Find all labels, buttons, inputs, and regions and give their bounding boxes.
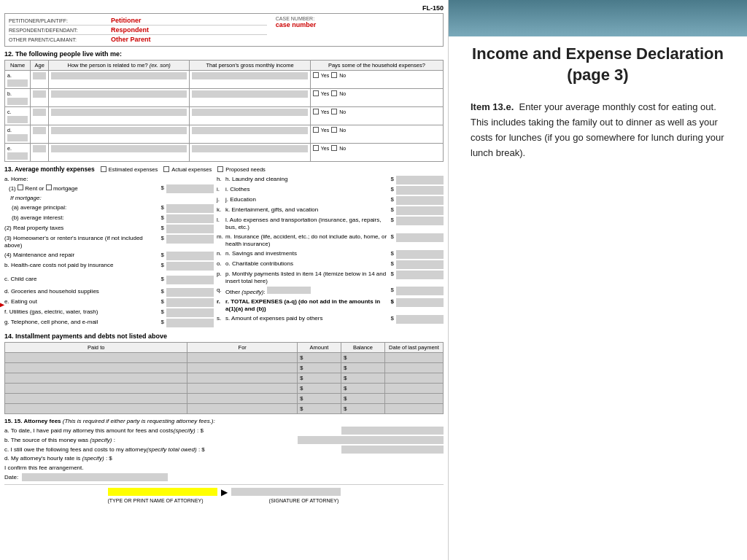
- yes-checkbox[interactable]: [313, 72, 319, 78]
- header-right: CASE NUMBER: case number: [276, 16, 439, 28]
- date-row: Date:: [4, 473, 444, 481]
- monthly-payments-label: p. Monthly payments listed in item 14 (i…: [225, 271, 391, 286]
- groceries-input[interactable]: [166, 288, 214, 297]
- rent-checkbox[interactable]: [18, 184, 23, 190]
- estimated-label: Estimated expenses: [109, 166, 158, 173]
- no-checkbox[interactable]: [331, 90, 337, 96]
- table-row: $$: [5, 393, 444, 403]
- other-input[interactable]: [396, 287, 444, 295]
- if-mortgage-label: If mortgage:: [4, 195, 214, 202]
- telephone-input[interactable]: [166, 319, 214, 327]
- yes-checkbox[interactable]: [313, 145, 319, 151]
- clothes-label: i. Clothes: [225, 186, 391, 193]
- real-property-item: (2) Real property taxes $: [4, 225, 214, 233]
- total-expenses-item: r. r. TOTAL EXPENSES (a-q) (do not add i…: [217, 298, 444, 314]
- attorney-sig-input[interactable]: [231, 488, 341, 496]
- arrow-divider: ▶: [221, 487, 228, 497]
- yes-checkbox[interactable]: [313, 109, 319, 114]
- table-row: d. Yes No: [5, 125, 444, 144]
- section15-header: 15. 15. Attorney fees (This is required …: [4, 418, 444, 424]
- clothes-item: i. i. Clothes $: [217, 186, 444, 195]
- clothes-input[interactable]: [396, 186, 444, 195]
- monthly-payments-input[interactable]: [396, 271, 444, 279]
- healthcare-label: b. Health-care costs not paid by insuran…: [4, 262, 161, 269]
- avg-principal-input[interactable]: [166, 204, 214, 213]
- table-row: a. Yes No: [5, 71, 444, 89]
- entertainment-input[interactable]: [396, 206, 444, 215]
- no-checkbox[interactable]: [331, 127, 337, 133]
- laundry-input[interactable]: [396, 176, 444, 184]
- attorney-row-d: d. My attorney's hourly rate is (specify…: [4, 455, 444, 462]
- attorney-name-input[interactable]: [108, 488, 217, 496]
- utilities-label: f. Utilities (gas, electric, water, tras…: [4, 308, 161, 316]
- petitioner-value: Petitioner: [111, 17, 142, 24]
- table-row: $$: [5, 383, 444, 393]
- home-label: a. Home:: [4, 176, 214, 183]
- col-amount: Amount: [298, 342, 341, 352]
- no-checkbox[interactable]: [331, 145, 337, 151]
- proposed-checkbox[interactable]: [217, 166, 223, 172]
- proposed-cb-group: Proposed needs: [217, 166, 266, 173]
- date-input[interactable]: [22, 473, 168, 481]
- savings-input[interactable]: [396, 250, 444, 259]
- attorney-label-b: b. The source of this money was (specify…: [4, 437, 295, 443]
- table-row: e. Yes No: [5, 144, 444, 162]
- estimated-checkbox[interactable]: [101, 166, 107, 172]
- attorney-input-c[interactable]: [341, 446, 444, 454]
- education-item: j. j. Education $: [217, 196, 444, 205]
- section14-title: 14. Installment payments and debts not l…: [4, 332, 444, 340]
- eating-out-input[interactable]: [166, 298, 214, 307]
- yes-checkbox[interactable]: [313, 90, 319, 96]
- education-input[interactable]: [396, 196, 444, 205]
- col-income: That person's gross monthly income: [190, 61, 311, 71]
- laundry-item: h. h. Laundry and cleaning $: [217, 176, 444, 184]
- col-related: How the person is related to me? (ex. so…: [49, 61, 190, 71]
- auto-item: l. l. Auto expenses and transportation (…: [217, 217, 444, 232]
- right-panel-header-bg: [449, 0, 747, 36]
- maintenance-input[interactable]: [166, 252, 214, 260]
- savings-item: n. n. Savings and investments $: [217, 250, 444, 259]
- amount-by-others-label: s. Amount of expenses paid by others: [225, 315, 391, 322]
- real-property-label: (2) Real property taxes: [4, 225, 161, 232]
- actual-checkbox[interactable]: [163, 166, 169, 172]
- other-label: Other (specify):: [225, 287, 391, 296]
- right-panel-body: Item 13.e. Enter your average monthly co…: [471, 100, 725, 160]
- avg-interest-label: (b) average interest:: [12, 214, 161, 222]
- utilities-input[interactable]: [166, 308, 214, 317]
- other-label: OTHER PARENT/CLAIMANT:: [9, 37, 111, 42]
- confirm-text: I confirm this fee arrangement.: [4, 464, 84, 471]
- no-checkbox[interactable]: [331, 72, 337, 78]
- charitable-input[interactable]: [396, 260, 444, 269]
- homeowner-item: (3) Homeowner's or renter's insurance (i…: [4, 235, 214, 250]
- avg-interest-input[interactable]: [166, 214, 214, 223]
- col-balance: Balance: [341, 342, 385, 352]
- healthcare-input[interactable]: [166, 262, 214, 271]
- insurance-label: m. Insurance (life, accident, etc.; do n…: [225, 233, 391, 249]
- groceries-item: d. Groceries and household supplies $: [4, 288, 214, 297]
- childcare-input[interactable]: [166, 276, 214, 284]
- auto-input[interactable]: [396, 217, 444, 225]
- no-checkbox[interactable]: [331, 109, 337, 114]
- respondent-label: RESPONDENT/DEFENDANT:: [9, 28, 111, 33]
- rent-mortgage-input[interactable]: [166, 184, 214, 193]
- attorney-sig-label: (SIGNATURE OF ATTORNEY): [269, 498, 339, 503]
- healthcare-item: b. Health-care costs not paid by insuran…: [4, 262, 214, 271]
- insurance-input[interactable]: [396, 233, 444, 242]
- section12-title: 12. The following people live with me:: [4, 50, 444, 58]
- amount-by-others-input[interactable]: [396, 315, 444, 324]
- education-label: j. Education: [225, 196, 391, 203]
- amount-by-others-item: s. s. Amount of expenses paid by others …: [217, 315, 444, 324]
- estimated-cb-group: Estimated expenses: [101, 166, 158, 173]
- header-bar: PETITIONER/PLAINTIFF: Petitioner RESPOND…: [4, 13, 444, 47]
- insurance-item: m. m. Insurance (life, accident, etc.; d…: [217, 233, 444, 249]
- real-property-input[interactable]: [166, 225, 214, 233]
- attorney-input-b[interactable]: [298, 436, 444, 444]
- yes-checkbox[interactable]: [313, 127, 319, 133]
- attorney-input-a[interactable]: [341, 427, 444, 435]
- header-left: PETITIONER/PLAINTIFF: Petitioner RESPOND…: [9, 16, 267, 44]
- mortgage-checkbox[interactable]: [46, 184, 52, 190]
- homeowner-input[interactable]: [166, 235, 214, 244]
- homeowner-label: (3) Homeowner's or renter's insurance (i…: [4, 235, 161, 250]
- col-date: Date of last payment: [385, 342, 444, 352]
- total-expenses-input[interactable]: [396, 298, 444, 307]
